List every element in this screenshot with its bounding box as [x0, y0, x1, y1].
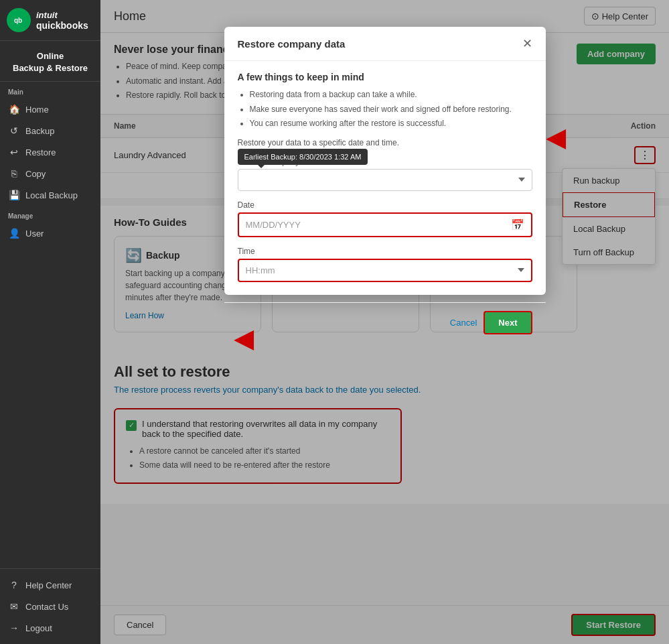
date-placeholder: MM/DD/YYYY	[246, 220, 511, 230]
sidebar-item-restore[interactable]: ↩ Restore	[0, 141, 100, 163]
sidebar-item-label: Local Backup	[25, 190, 78, 200]
main-content: Home ⊙ Help Center Never lose your finan…	[100, 0, 669, 644]
main-section-label: Main	[0, 82, 100, 99]
left-arrow-indicator: ◀	[234, 325, 253, 352]
manage-section-label: Manage	[0, 206, 100, 222]
logo-text: intuit quickbooks	[36, 10, 88, 31]
modal-body: A few things to keep in mind Restoring d…	[224, 61, 546, 302]
source-company-select[interactable]	[238, 169, 532, 191]
time-field: Time HH:mm	[238, 247, 532, 282]
copy-icon: ⎘	[8, 168, 20, 179]
modal-cancel-button[interactable]: Cancel	[450, 311, 477, 334]
local-backup-icon: 💾	[8, 190, 20, 200]
modal-footer: Cancel Next	[224, 302, 546, 342]
sidebar-item-copy[interactable]: ⎘ Copy	[0, 163, 100, 184]
svg-text:qb: qb	[14, 17, 22, 24]
sidebar-item-label: Logout	[25, 623, 52, 633]
sidebar-item-user[interactable]: 👤 User	[0, 222, 100, 244]
restore-icon: ↩	[8, 147, 20, 157]
modal-note: Restore your data to a specific date and…	[238, 138, 532, 147]
time-select[interactable]: HH:mm	[238, 259, 532, 282]
date-field: Date MM/DD/YYYY 📅	[238, 200, 532, 237]
sidebar-bottom: ? Help Center ✉ Contact Us → Logout	[0, 568, 100, 644]
modal-bullet-3: You can resume working after the restore…	[250, 117, 532, 131]
modal-title: Restore company data	[238, 38, 346, 50]
time-label: Time	[238, 247, 532, 256]
sidebar-item-backup[interactable]: ↺ Backup	[0, 120, 100, 141]
user-icon: 👤	[8, 228, 20, 239]
modal-bullet-1: Restoring data from a backup can take a …	[250, 88, 532, 103]
content-area: Never lose your financial data with Onli…	[100, 33, 669, 644]
restore-modal: Restore company data ✕ A few things to k…	[224, 33, 546, 295]
sidebar-item-label: Restore	[25, 147, 56, 157]
sidebar-logo: qb intuit quickbooks	[0, 0, 100, 41]
home-icon: 🏠	[8, 104, 20, 115]
sidebar: qb intuit quickbooks Online Backup & Res…	[0, 0, 100, 644]
modal-overlay: ◀ ◀ Restore company data ✕ A few things …	[100, 33, 669, 644]
sidebar-item-logout[interactable]: → Logout	[0, 617, 100, 639]
help-icon: ?	[8, 580, 20, 590]
sidebar-item-contact-us[interactable]: ✉ Contact Us	[0, 596, 100, 617]
modal-bullets: Restoring data from a backup can take a …	[238, 88, 532, 131]
sidebar-item-label: Contact Us	[25, 602, 68, 612]
sidebar-item-home[interactable]: 🏠 Home	[0, 99, 100, 120]
date-label: Date	[238, 200, 532, 210]
sidebar-item-label: Home	[25, 105, 49, 115]
right-arrow-indicator: ◀	[546, 124, 565, 151]
tooltip: Earliest Backup: 8/30/2023 1:32 AM	[238, 149, 368, 165]
source-company-wrapper: Earliest Backup: 8/30/2023 1:32 AM	[238, 169, 532, 191]
backup-icon: ↺	[8, 125, 20, 136]
sidebar-item-label: Backup	[25, 126, 54, 136]
modal-next-button[interactable]: Next	[484, 311, 532, 334]
sidebar-item-label: Copy	[25, 169, 46, 179]
modal-bullet-2: Make sure everyone has saved their work …	[250, 103, 532, 117]
modal-section-title: A few things to keep in mind	[238, 72, 532, 82]
sidebar-item-help-center[interactable]: ? Help Center	[0, 574, 100, 596]
modal-close-button[interactable]: ✕	[522, 38, 532, 50]
contact-icon: ✉	[8, 601, 20, 612]
quickbooks-logo-icon: qb	[7, 8, 31, 32]
sidebar-product-header: Online Backup & Restore	[0, 41, 100, 82]
modal-header: Restore company data ✕	[224, 33, 546, 61]
calendar-icon[interactable]: 📅	[511, 218, 524, 231]
sidebar-item-local-backup[interactable]: 💾 Local Backup	[0, 184, 100, 206]
sidebar-item-label: User	[25, 229, 44, 239]
sidebar-item-label: Help Center	[25, 580, 72, 590]
source-company-field: Source Company Earliest Backup: 8/30/202…	[238, 157, 532, 191]
logout-icon: →	[8, 623, 20, 633]
